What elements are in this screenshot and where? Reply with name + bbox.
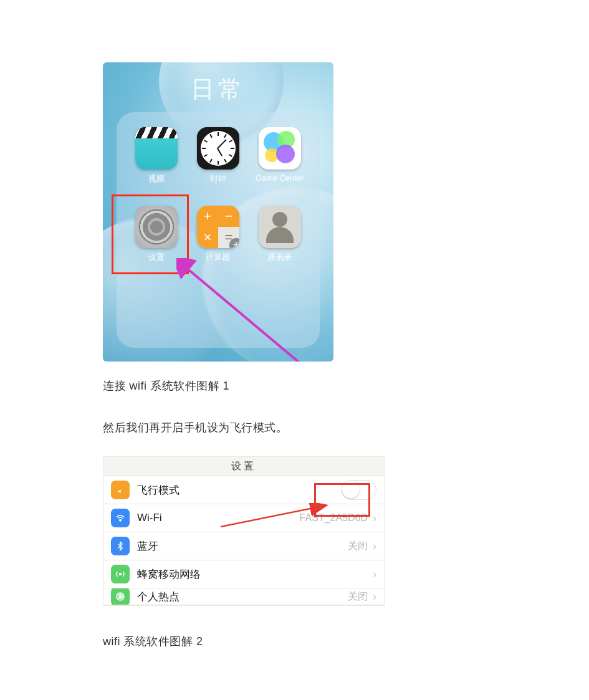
figure-2-caption: wifi 系统软件图解 2: [103, 633, 589, 650]
wifi-icon: [111, 509, 130, 527]
airplane-icon: [111, 481, 130, 499]
document-page: 日常 视频: [0, 0, 589, 650]
game-center-icon: [259, 127, 301, 170]
contacts-icon: [259, 206, 301, 248]
row-label: 蓝牙: [137, 539, 348, 554]
row-value: 关闭: [348, 540, 368, 553]
row-airplane-mode[interactable]: 飞行模式: [103, 476, 384, 504]
figure-1-ios-folder: 日常 视频: [103, 62, 333, 362]
chevron-right-icon: ›: [373, 540, 376, 553]
svg-point-3: [120, 596, 122, 598]
app-calculator[interactable]: +− ×= + 计算器: [197, 206, 239, 280]
app-label: Game Center: [256, 173, 304, 183]
folder-panel: 视频: [117, 112, 320, 348]
row-label: 飞行模式: [137, 483, 342, 497]
hotspot-icon: [111, 588, 130, 605]
svg-point-1: [120, 520, 121, 521]
instruction-paragraph: 然后我们再开启手机设为飞行模式。: [103, 420, 589, 436]
airplane-mode-toggle[interactable]: [342, 480, 376, 500]
chevron-right-icon: ›: [373, 590, 376, 603]
row-wifi[interactable]: Wi-Fi FAST_2A5D6D ›: [103, 504, 384, 532]
svg-point-2: [120, 573, 122, 575]
row-value: 关闭: [348, 590, 368, 603]
app-clock[interactable]: 时钟: [197, 127, 239, 202]
chevron-right-icon: ›: [373, 512, 376, 525]
bluetooth-icon: [111, 537, 130, 555]
settings-header: 设置: [103, 457, 384, 476]
row-label: 个人热点: [137, 590, 348, 604]
cellular-icon: [111, 565, 130, 583]
row-label: 蜂窝移动网络: [137, 567, 373, 582]
app-video[interactable]: 视频: [135, 127, 178, 202]
folder-title: 日常: [103, 74, 333, 105]
row-hotspot[interactable]: 个人热点 关闭 ›: [103, 588, 384, 605]
calculator-icon: +− ×= +: [197, 206, 239, 248]
app-label: 时钟: [210, 173, 226, 185]
app-label: 通讯录: [267, 252, 292, 263]
settings-icon: [135, 206, 178, 248]
figure-1-caption: 连接 wifi 系统软件图解 1: [103, 378, 589, 395]
clock-icon: [197, 127, 239, 170]
chevron-right-icon: ›: [373, 568, 376, 581]
app-game-center[interactable]: Game Center: [256, 127, 304, 202]
app-label: 设置: [148, 252, 165, 263]
row-cellular[interactable]: 蜂窝移动网络 ›: [103, 560, 384, 588]
row-label: Wi-Fi: [137, 512, 300, 524]
video-icon: [135, 127, 178, 170]
add-badge-icon: +: [229, 238, 239, 248]
figure-2-settings: 设置 飞行模式 Wi-Fi FAST_2A5D6D › 蓝牙 关闭 ›: [103, 456, 385, 606]
row-bluetooth[interactable]: 蓝牙 关闭 ›: [103, 532, 384, 560]
app-label: 视频: [148, 173, 165, 185]
row-value: FAST_2A5D6D: [300, 512, 368, 524]
app-settings[interactable]: 设置: [135, 206, 178, 280]
app-contacts[interactable]: 通讯录: [259, 206, 301, 280]
app-label: 计算器: [206, 252, 230, 263]
